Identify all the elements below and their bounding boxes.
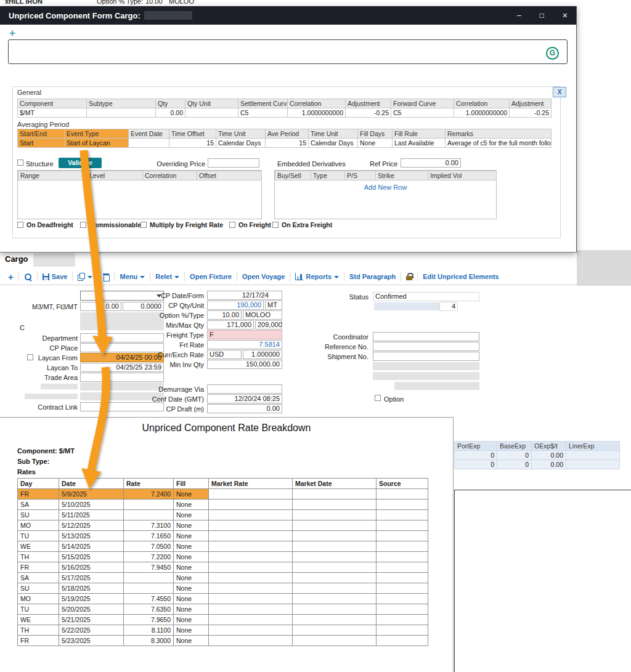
table-row[interactable]: SA5/17/2025None [18, 573, 428, 583]
source-cell[interactable] [377, 594, 428, 604]
max-qty-field[interactable]: 209,000 [255, 320, 282, 330]
general-cell[interactable]: -0.25 [510, 108, 552, 118]
date-cell[interactable]: 5/16/2025 [59, 562, 124, 573]
averaging-cell[interactable]: Last Available [393, 139, 446, 148]
day-cell[interactable]: TU [18, 604, 59, 615]
general-cell[interactable] [87, 108, 156, 118]
table-row[interactable]: TU5/13/20257.1650None [18, 531, 428, 541]
frt-rate-field[interactable]: 7.5814 [207, 340, 282, 349]
fill-cell[interactable]: None [174, 625, 209, 636]
rate-cell[interactable]: 7.2400 [124, 489, 174, 500]
averaging-cell[interactable]: Start [18, 139, 65, 148]
source-cell[interactable] [377, 489, 428, 500]
rate-cell[interactable]: 7.9650 [124, 615, 174, 625]
checkbox[interactable] [140, 222, 147, 228]
averaging-cell[interactable]: 15 [266, 139, 309, 148]
table-row[interactable]: MO5/19/20257.4550None [18, 594, 428, 604]
table-row[interactable]: MO5/12/20257.3100None [18, 520, 428, 531]
demurrage-via-field[interactable] [207, 384, 282, 394]
reference-no-field[interactable] [373, 342, 479, 351]
save-button[interactable]: Save [43, 273, 68, 280]
averaging-cell[interactable]: Start of Laycan [65, 139, 129, 148]
rate-cell[interactable]: 7.2200 [124, 552, 174, 562]
option-type-field[interactable]: MOLOO [243, 310, 282, 320]
market-date-cell[interactable] [293, 583, 377, 594]
on-deadfreight-flag[interactable]: On Deadfreight [17, 221, 73, 229]
lock-button[interactable] [406, 273, 412, 280]
market-date-cell[interactable] [293, 625, 377, 636]
day-cell[interactable]: TH [18, 625, 59, 636]
date-cell[interactable]: 5/12/2025 [59, 520, 124, 531]
count-field[interactable]: 4 [439, 302, 458, 311]
day-cell[interactable]: TU [18, 531, 59, 541]
market-rate-cell[interactable] [209, 520, 293, 531]
date-cell[interactable]: 5/19/2025 [59, 594, 124, 604]
day-cell[interactable]: SU [18, 583, 59, 594]
maximize-button[interactable]: □ [540, 12, 544, 19]
rate-cell[interactable] [124, 510, 174, 520]
cp-draft-field[interactable]: 0.00 [207, 404, 282, 413]
table-row[interactable]: $/MT0.00C51.0000000000-0.25C51.000000000… [18, 108, 552, 118]
add-button[interactable]: + [9, 28, 15, 38]
market-date-cell[interactable] [293, 636, 377, 646]
day-cell[interactable]: MO [18, 594, 59, 604]
market-rate-cell[interactable] [209, 562, 293, 573]
fill-cell[interactable]: None [174, 636, 209, 646]
fill-cell[interactable]: None [174, 541, 209, 552]
market-date-cell[interactable] [293, 604, 377, 615]
fill-cell[interactable]: None [174, 489, 209, 500]
market-date-cell[interactable] [293, 489, 377, 500]
fill-cell[interactable]: None [174, 552, 209, 562]
fill-cell[interactable]: None [174, 583, 209, 594]
market-rate-cell[interactable] [209, 615, 293, 625]
fill-cell[interactable]: None [174, 520, 209, 531]
open-fixture-button[interactable]: Open Fixture [190, 273, 232, 280]
fill-cell[interactable]: None [174, 594, 209, 604]
table-row[interactable]: TU5/20/20257.6350None [18, 604, 428, 615]
fill-cell[interactable]: None [174, 510, 209, 520]
market-rate-cell[interactable] [209, 594, 293, 604]
day-cell[interactable]: FR [18, 562, 59, 573]
general-cell[interactable] [185, 108, 238, 118]
day-cell[interactable]: MO [18, 520, 59, 531]
rate-cell[interactable] [124, 583, 174, 594]
market-date-cell[interactable] [293, 552, 377, 562]
add-new-row-link[interactable]: Add New Row [274, 184, 497, 191]
source-cell[interactable] [377, 520, 428, 531]
averaging-cell[interactable]: 15 [169, 139, 216, 148]
minimize-button[interactable]: – [517, 12, 521, 19]
option-pct-field[interactable]: 10.00 [207, 310, 242, 320]
date-cell[interactable]: 5/13/2025 [59, 531, 124, 541]
validate-button[interactable]: Validate [59, 158, 102, 168]
date-cell[interactable]: 5/18/2025 [59, 583, 124, 594]
market-rate-cell[interactable] [209, 636, 293, 646]
market-rate-cell[interactable] [209, 573, 293, 583]
table-row[interactable]: StartStart of Laycan15Calendar Days15Cal… [18, 139, 552, 148]
table-row[interactable]: FR5/23/20258.3000None [18, 636, 428, 646]
source-cell[interactable] [377, 552, 428, 562]
source-cell[interactable] [377, 510, 428, 520]
averaging-cell[interactable]: None [358, 139, 393, 148]
day-cell[interactable]: FR [18, 636, 59, 646]
search-button[interactable] [24, 273, 32, 281]
source-cell[interactable] [377, 500, 428, 510]
min-qty-field[interactable]: 171,000 [207, 320, 254, 330]
market-rate-cell[interactable] [209, 604, 293, 615]
day-cell[interactable]: SU [18, 510, 59, 520]
market-rate-cell[interactable] [209, 541, 293, 552]
date-cell[interactable]: 5/14/2025 [59, 541, 124, 552]
expense-cell[interactable]: 0.00 [532, 460, 566, 469]
rate-cell[interactable]: 8.3000 [124, 636, 174, 646]
window-titlebar[interactable]: Unpriced Component Form Cargo: – □ × [0, 6, 576, 25]
date-cell[interactable]: 5/20/2025 [59, 604, 124, 615]
table-row[interactable]: FR5/16/20257.9450None [18, 562, 428, 573]
menu-button[interactable]: Menu [120, 273, 145, 280]
fill-cell[interactable]: None [174, 531, 209, 541]
status-field[interactable]: Confirmed [373, 292, 479, 301]
expense-cell[interactable]: 0 [497, 451, 532, 460]
market-rate-cell[interactable] [209, 625, 293, 636]
market-date-cell[interactable] [293, 594, 377, 604]
day-cell[interactable]: WE [18, 541, 59, 552]
rate-cell[interactable]: 7.9450 [124, 562, 174, 573]
expense-cell[interactable] [566, 460, 620, 469]
